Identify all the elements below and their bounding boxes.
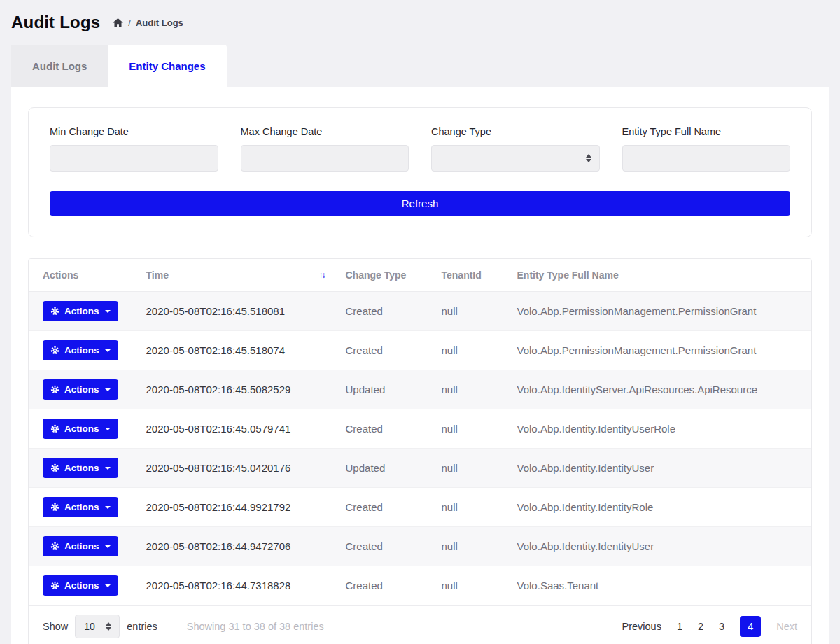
tenant-id-cell: null <box>428 410 503 449</box>
change-type-cell: Created <box>332 488 428 527</box>
actions-cell: Actions <box>29 331 132 370</box>
column-header-tenant-id: TenantId <box>428 259 503 292</box>
time-cell: 2020-05-08T02:16:45.0579741 <box>132 410 332 449</box>
column-header-change-type: Change Type <box>332 259 428 292</box>
row-actions-button[interactable]: Actions <box>43 301 118 321</box>
row-actions-button[interactable]: Actions <box>43 458 118 478</box>
change-type-cell: Created <box>332 410 428 449</box>
tab-bar: Audit Logs Entity Changes <box>11 45 829 88</box>
change-type-label: Change Type <box>431 126 600 137</box>
pagination-page-3[interactable]: 3 <box>719 621 724 632</box>
page-size-select[interactable]: 10 <box>75 615 120 638</box>
breadcrumb-separator: / <box>128 18 131 28</box>
min-change-date-label: Min Change Date <box>50 126 218 137</box>
table-row: Actions 2020-05-08T02:16:45.518074 Creat… <box>29 331 811 370</box>
actions-button-label: Actions <box>64 384 99 395</box>
filter-field-change-type: Change Type <box>431 126 600 172</box>
gear-icon <box>50 385 59 394</box>
row-actions-button[interactable]: Actions <box>43 536 118 556</box>
actions-button-label: Actions <box>64 580 99 591</box>
pagination-previous[interactable]: Previous <box>622 621 662 632</box>
refresh-button[interactable]: Refresh <box>50 191 790 216</box>
tenant-id-cell: null <box>428 449 503 488</box>
breadcrumb-current: Audit Logs <box>136 18 183 28</box>
pagination: Previous 1 2 3 4 Next <box>622 616 797 637</box>
actions-cell: Actions <box>29 410 132 449</box>
showing-entries-text: Showing 31 to 38 of 38 entries <box>187 621 324 632</box>
row-actions-button[interactable]: Actions <box>43 340 118 360</box>
table-row: Actions 2020-05-08T02:16:45.0579741 Crea… <box>29 410 811 449</box>
table-footer: Show 10 entries Showing 31 to 38 of 38 e… <box>29 606 811 644</box>
gear-icon <box>50 542 59 551</box>
pagination-page-2[interactable]: 2 <box>698 621 704 632</box>
actions-button-label: Actions <box>64 306 99 316</box>
actions-cell: Actions <box>29 488 132 527</box>
table-row: Actions 2020-05-08T02:16:44.7318828 Crea… <box>29 566 811 606</box>
time-cell: 2020-05-08T02:16:45.5082529 <box>132 370 332 410</box>
change-type-select[interactable] <box>431 145 600 172</box>
tenant-id-cell: null <box>428 370 503 410</box>
row-actions-button[interactable]: Actions <box>43 575 118 596</box>
min-change-date-input[interactable] <box>50 145 218 172</box>
change-type-cell: Updated <box>332 370 428 410</box>
page-title: Audit Logs <box>11 13 100 32</box>
entity-type-cell: Volo.Saas.Tenant <box>503 566 811 606</box>
column-header-time[interactable]: Time ↑↓ <box>132 259 332 292</box>
column-header-entity-type: Entity Type Full Name <box>503 259 811 292</box>
max-change-date-input[interactable] <box>241 145 410 172</box>
table-body: Actions 2020-05-08T02:16:45.518081 Creat… <box>29 292 811 606</box>
filter-grid: Min Change Date Max Change Date Change T… <box>50 126 790 172</box>
time-cell: 2020-05-08T02:16:45.518081 <box>132 292 332 331</box>
caret-down-icon <box>105 506 111 509</box>
entity-type-cell: Volo.Abp.Identity.IdentityUser <box>503 527 811 566</box>
entity-type-cell: Volo.Abp.Identity.IdentityUserRole <box>503 410 811 449</box>
time-cell: 2020-05-08T02:16:44.7318828 <box>132 566 332 606</box>
max-change-date-label: Max Change Date <box>241 126 410 137</box>
row-actions-button[interactable]: Actions <box>43 497 118 517</box>
tenant-id-cell: null <box>428 527 503 566</box>
gear-icon <box>50 307 59 316</box>
entity-type-cell: Volo.Abp.PermissionManagement.Permission… <box>503 331 811 370</box>
change-type-cell: Updated <box>332 449 428 488</box>
actions-button-label: Actions <box>64 345 99 356</box>
entity-type-cell: Volo.Abp.Identity.IdentityUser <box>503 449 811 488</box>
home-icon[interactable] <box>113 18 123 27</box>
sort-icon[interactable]: ↑↓ <box>319 270 325 280</box>
change-type-cell: Created <box>332 292 428 331</box>
caret-down-icon <box>105 310 111 313</box>
tab-entity-changes[interactable]: Entity Changes <box>108 45 226 88</box>
tab-audit-logs[interactable]: Audit Logs <box>11 45 108 88</box>
actions-button-label: Actions <box>64 463 99 473</box>
entity-type-input[interactable] <box>622 145 791 172</box>
time-cell: 2020-05-08T02:16:44.9921792 <box>132 488 332 527</box>
tenant-id-cell: null <box>428 331 503 370</box>
actions-button-label: Actions <box>64 424 99 434</box>
entries-label: entries <box>127 621 158 632</box>
caret-down-icon <box>105 428 111 430</box>
caret-down-icon <box>105 349 111 352</box>
gear-icon <box>50 581 59 590</box>
gear-icon <box>50 346 59 355</box>
change-type-cell: Created <box>332 331 428 370</box>
caret-down-icon <box>105 584 111 587</box>
tenant-id-cell: null <box>428 292 503 331</box>
pagination-page-4-active[interactable]: 4 <box>740 616 761 637</box>
main-card: Min Change Date Max Change Date Change T… <box>11 88 829 644</box>
entity-changes-table: Actions Time ↑↓ Change Type TenantId Ent… <box>29 259 811 606</box>
page-size-select-wrap: 10 <box>75 615 120 638</box>
pagination-page-1[interactable]: 1 <box>677 621 682 632</box>
entity-type-cell: Volo.Abp.PermissionManagement.Permission… <box>503 292 811 331</box>
gear-icon <box>50 463 59 472</box>
table-row: Actions 2020-05-08T02:16:45.518081 Creat… <box>29 292 811 331</box>
tenant-id-cell: null <box>428 566 503 606</box>
row-actions-button[interactable]: Actions <box>43 419 118 439</box>
row-actions-button[interactable]: Actions <box>43 379 118 400</box>
pagination-next[interactable]: Next <box>776 621 797 632</box>
time-cell: 2020-05-08T02:16:44.9472706 <box>132 527 332 566</box>
caret-down-icon <box>105 388 111 391</box>
gear-icon <box>50 424 59 433</box>
gear-icon <box>50 503 59 512</box>
column-header-actions: Actions <box>29 259 132 292</box>
actions-cell: Actions <box>29 449 132 488</box>
actions-cell: Actions <box>29 527 132 566</box>
